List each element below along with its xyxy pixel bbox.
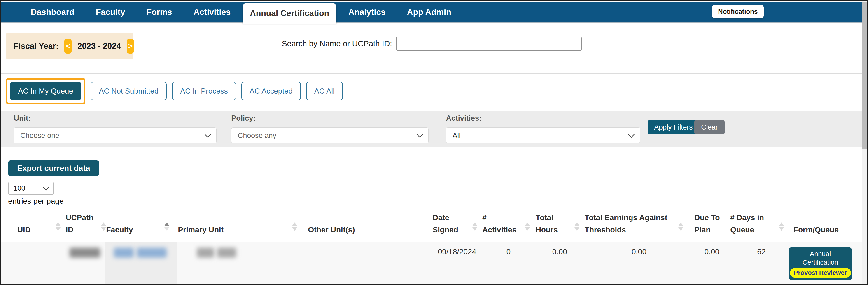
column-header-other-units[interactable]: Other Unit(s) — [308, 224, 433, 236]
cell-due-to-plan: 0.00 — [694, 247, 730, 256]
tab-ac-in-process[interactable]: AC In Process — [172, 82, 236, 100]
policy-filter-group: Policy: Choose any — [231, 114, 429, 143]
unit-filter-select[interactable]: Choose one — [14, 127, 217, 143]
redacted-faculty-link[interactable] — [114, 248, 167, 258]
nav-item-dashboard[interactable]: Dashboard — [31, 7, 74, 17]
fiscal-year-prev-button[interactable]: < — [64, 39, 71, 54]
table-row: 09/18/2024 0 0.00 0.00 0.00 62 Annual Ce… — [1, 242, 862, 285]
activities-filter-select[interactable]: All — [446, 127, 640, 143]
apply-filters-button[interactable]: Apply Filters — [648, 120, 699, 135]
column-header-primary-unit[interactable]: Primary Unit — [178, 224, 308, 236]
chevron-down-icon — [628, 131, 634, 138]
nav-item-activities[interactable]: Activities — [193, 7, 231, 17]
cell-total-earnings: 0.00 — [584, 247, 694, 256]
chevron-down-icon — [43, 184, 49, 191]
section-divider — [1, 73, 862, 74]
nav-item-forms[interactable]: Forms — [147, 7, 172, 17]
form-button-line2: Certification — [803, 259, 838, 266]
table-header: UID UCPathID Faculty Primary Unit Other … — [8, 212, 852, 239]
policy-filter-value: Choose any — [238, 131, 276, 140]
app-window: Dashboard Faculty Forms Activities Annua… — [0, 0, 868, 285]
column-header-total-earnings[interactable]: Total Earnings AgainstThresholds — [585, 211, 694, 236]
clear-filters-button[interactable]: Clear — [694, 120, 724, 135]
table-header-divider — [8, 240, 852, 240]
tab-ac-all[interactable]: AC All — [306, 82, 343, 100]
activities-filter-value: All — [453, 131, 461, 140]
column-header-due-to-plan[interactable]: Due ToPlan — [694, 211, 730, 236]
fiscal-year-next-button[interactable]: > — [127, 39, 134, 54]
fiscal-year-label: Fiscal Year: — [13, 41, 59, 51]
nav-item-analytics[interactable]: Analytics — [348, 7, 386, 17]
policy-filter-label: Policy: — [231, 114, 429, 122]
fiscal-year-selector: Fiscal Year: < 2023 - 2024 > — [6, 33, 133, 59]
column-header-days-in-queue[interactable]: # Days inQueue — [730, 211, 794, 236]
form-button-line1: Annual — [810, 250, 831, 258]
tab-ac-not-submitted[interactable]: AC Not Submitted — [91, 82, 167, 100]
column-header-ucpath-id[interactable]: UCPathID — [66, 211, 106, 236]
unit-filter-value: Choose one — [20, 131, 59, 140]
cell-date-signed: 09/18/2024 — [432, 247, 482, 256]
nav-item-app-admin[interactable]: App Admin — [407, 7, 451, 17]
sort-icon[interactable] — [292, 222, 297, 231]
page-size-value: 100 — [13, 184, 25, 192]
redacted-primary-unit — [197, 248, 236, 258]
search-input[interactable] — [396, 37, 582, 51]
cell-num-activities: 0 — [482, 247, 535, 256]
active-tab-highlight-box: AC In My Queue — [6, 78, 85, 104]
sort-icon[interactable] — [575, 222, 580, 231]
activities-filter-label: Activities: — [446, 114, 640, 122]
chevron-down-icon — [205, 131, 211, 138]
sort-icon[interactable] — [678, 222, 683, 231]
provost-reviewer-badge: Provost Reviewer — [790, 268, 851, 278]
sort-icon[interactable] — [525, 222, 530, 231]
sort-icon[interactable] — [779, 222, 784, 231]
unit-filter-label: Unit: — [14, 114, 217, 122]
tab-ac-accepted[interactable]: AC Accepted — [241, 82, 301, 100]
sort-icon[interactable] — [101, 222, 106, 231]
fiscal-year-value: 2023 - 2024 — [78, 41, 121, 51]
search-group: Search by Name or UCPath ID: — [282, 37, 582, 51]
column-header-form-queue[interactable]: Form/Queue — [794, 224, 852, 236]
search-label: Search by Name or UCPath ID: — [282, 39, 392, 48]
page-size-select[interactable]: 100 — [8, 182, 54, 195]
filter-panel: Unit: Choose one Policy: Choose any Acti… — [1, 111, 862, 147]
annual-certification-form-button[interactable]: Annual Certification Provost Reviewer — [789, 247, 852, 280]
nav-item-faculty[interactable]: Faculty — [96, 7, 125, 17]
cell-days-in-queue: 62 — [730, 247, 793, 256]
export-current-data-button[interactable]: Export current data — [8, 161, 99, 176]
sort-icon[interactable] — [472, 222, 477, 231]
cell-total-hours: 0.00 — [535, 247, 584, 256]
tab-ac-in-my-queue[interactable]: AC In My Queue — [10, 82, 81, 100]
sort-icon[interactable] — [56, 222, 61, 231]
queue-tabs: AC In My Queue AC Not Submitted AC In Pr… — [6, 78, 343, 104]
unit-filter-group: Unit: Choose one — [14, 114, 217, 143]
redacted-ucpath-id — [69, 248, 100, 258]
notifications-button[interactable]: Notifications — [712, 5, 764, 18]
chevron-down-icon — [416, 131, 423, 138]
policy-filter-select[interactable]: Choose any — [231, 127, 429, 143]
entries-per-page-label: entries per page — [8, 197, 64, 205]
sort-asc-icon[interactable] — [164, 222, 169, 231]
chevron-left-icon: < — [66, 41, 70, 50]
scrollbar-thumb[interactable] — [862, 2, 867, 149]
vertical-scrollbar[interactable] — [862, 1, 867, 284]
nav-tab-annual-certification-active[interactable]: Annual Certification — [243, 3, 337, 24]
activities-filter-group: Activities: All — [446, 114, 640, 143]
chevron-right-icon: > — [128, 41, 133, 50]
